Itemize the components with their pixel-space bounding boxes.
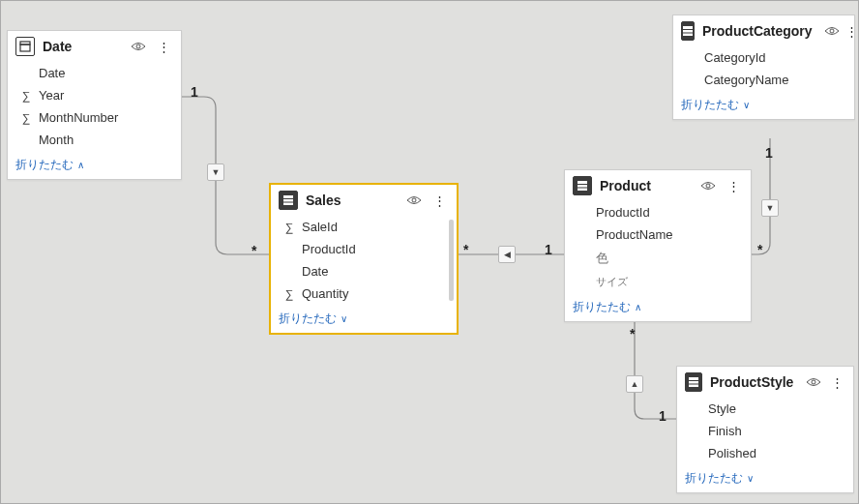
visibility-icon[interactable] <box>404 191 424 210</box>
table-title: ProductCategory <box>702 23 813 39</box>
field-label: Finish <box>708 424 742 438</box>
field-row[interactable]: Date <box>12 64 179 82</box>
svg-rect-7 <box>578 181 587 184</box>
svg-rect-9 <box>578 189 587 192</box>
svg-rect-11 <box>683 26 693 29</box>
field-row[interactable]: CategoryId <box>677 48 852 67</box>
field-row[interactable]: ProductId <box>569 203 749 222</box>
more-icon[interactable]: ⋮ <box>828 372 845 392</box>
visibility-icon[interactable] <box>698 176 718 195</box>
svg-rect-5 <box>283 203 293 206</box>
visibility-icon[interactable] <box>129 37 148 56</box>
field-label: SaleId <box>302 220 338 234</box>
cardinality-label: 1 <box>659 408 666 424</box>
svg-rect-8 <box>578 185 587 188</box>
chevron-up-icon: ∧ <box>77 160 84 170</box>
collapse-link[interactable]: 折りたたむ∨ <box>271 307 457 333</box>
collapse-link[interactable]: 折りたたむ∧ <box>8 153 181 179</box>
cardinality-label: * <box>630 326 635 341</box>
collapse-label: 折りたたむ <box>681 97 739 113</box>
filter-direction-icon: ◀ <box>498 246 516 263</box>
table-card-sales[interactable]: Sales ⋮ ∑SaleId ProductId Date ∑Quantity… <box>270 184 458 334</box>
fact-table-icon <box>685 372 702 392</box>
table-title: Date <box>43 39 72 54</box>
field-row[interactable]: ∑SaleId <box>275 218 453 236</box>
sigma-icon: ∑ <box>17 111 35 125</box>
sigma-icon: ∑ <box>281 221 298 234</box>
more-icon[interactable]: ⋮ <box>845 21 858 41</box>
collapse-label: 折りたたむ <box>15 157 74 173</box>
collapse-link[interactable]: 折りたたむ∨ <box>677 466 853 492</box>
field-label: Date <box>302 264 328 279</box>
field-label: ProductId <box>596 205 650 220</box>
visibility-icon[interactable] <box>805 372 822 392</box>
field-row[interactable]: CategoryName <box>677 71 852 89</box>
field-row[interactable]: ∑MonthNumber <box>12 108 179 127</box>
chevron-down-icon: ∨ <box>747 473 754 484</box>
svg-point-14 <box>830 29 834 33</box>
dimension-table-icon <box>15 37 35 56</box>
field-label: CategoryName <box>704 73 788 87</box>
svg-rect-15 <box>689 377 698 380</box>
chevron-down-icon: ∨ <box>743 100 750 110</box>
field-row[interactable]: ProductName <box>569 225 749 244</box>
table-title: Sales <box>306 193 341 208</box>
svg-point-6 <box>412 198 416 202</box>
field-label: ProductId <box>302 242 356 256</box>
field-row[interactable]: ∑Quantity <box>275 284 453 303</box>
more-icon[interactable]: ⋮ <box>154 37 173 56</box>
field-row[interactable]: ∑Year <box>12 86 179 104</box>
table-card-date[interactable]: Date ⋮ Date ∑Year ∑MonthNumber Month 折りた… <box>7 30 182 180</box>
svg-point-10 <box>706 184 710 188</box>
more-icon[interactable]: ⋮ <box>430 191 449 210</box>
field-row[interactable]: 色 <box>569 248 749 269</box>
field-row[interactable]: サイズ <box>569 273 749 291</box>
model-diagram-canvas[interactable]: ▼ ◀ ▼ ▲ 1 * 1 * 1 * 1 * Date ⋮ Date ∑Yea… <box>1 1 858 503</box>
table-card-product[interactable]: Product ⋮ ProductId ProductName 色 サイズ 折り… <box>564 169 752 322</box>
collapse-label: 折りたたむ <box>573 299 631 315</box>
cardinality-label: 1 <box>191 84 198 100</box>
cardinality-label: 1 <box>545 242 552 257</box>
sigma-icon: ∑ <box>281 287 298 301</box>
collapse-label: 折りたたむ <box>279 311 337 327</box>
filter-direction-icon: ▲ <box>626 375 643 393</box>
field-label: Year <box>39 88 64 103</box>
fact-table-icon <box>681 21 695 41</box>
field-row[interactable]: Finish <box>681 422 851 440</box>
fact-table-icon <box>573 176 592 195</box>
svg-rect-16 <box>689 381 698 384</box>
cardinality-label: 1 <box>765 145 773 161</box>
field-label: 色 <box>596 250 608 267</box>
collapse-label: 折りたたむ <box>685 470 743 487</box>
field-label: Quantity <box>302 286 348 301</box>
field-label: Style <box>708 401 736 416</box>
field-label: Polished <box>708 446 756 460</box>
field-label: Month <box>39 133 74 147</box>
chevron-up-icon: ∧ <box>635 302 641 312</box>
table-card-productstyle[interactable]: ProductStyle ⋮ Style Finish Polished 折りた… <box>676 366 854 493</box>
svg-rect-4 <box>283 199 293 202</box>
field-row[interactable]: Date <box>275 262 453 281</box>
filter-direction-icon: ▼ <box>761 199 779 217</box>
field-row[interactable]: Polished <box>681 444 851 462</box>
cardinality-label: * <box>252 243 256 258</box>
svg-point-18 <box>812 380 815 384</box>
field-row[interactable]: ProductId <box>275 240 453 258</box>
visibility-icon[interactable] <box>824 21 840 41</box>
svg-rect-3 <box>283 195 293 198</box>
field-row[interactable]: Month <box>12 131 179 149</box>
field-label: CategoryId <box>704 50 766 65</box>
table-card-productcategory[interactable]: ProductCategory ⋮ CategoryId CategoryNam… <box>672 15 855 120</box>
cardinality-label: * <box>463 242 468 257</box>
scrollbar[interactable] <box>449 220 454 301</box>
cardinality-label: * <box>757 242 762 257</box>
field-label: サイズ <box>596 275 628 289</box>
table-title: Product <box>600 178 651 193</box>
table-title: ProductStyle <box>710 374 793 390</box>
svg-point-2 <box>136 44 140 48</box>
svg-rect-17 <box>689 385 698 388</box>
collapse-link[interactable]: 折りたたむ∧ <box>565 295 751 321</box>
more-icon[interactable]: ⋮ <box>724 176 743 195</box>
field-row[interactable]: Style <box>681 400 851 418</box>
collapse-link[interactable]: 折りたたむ∨ <box>673 93 854 119</box>
